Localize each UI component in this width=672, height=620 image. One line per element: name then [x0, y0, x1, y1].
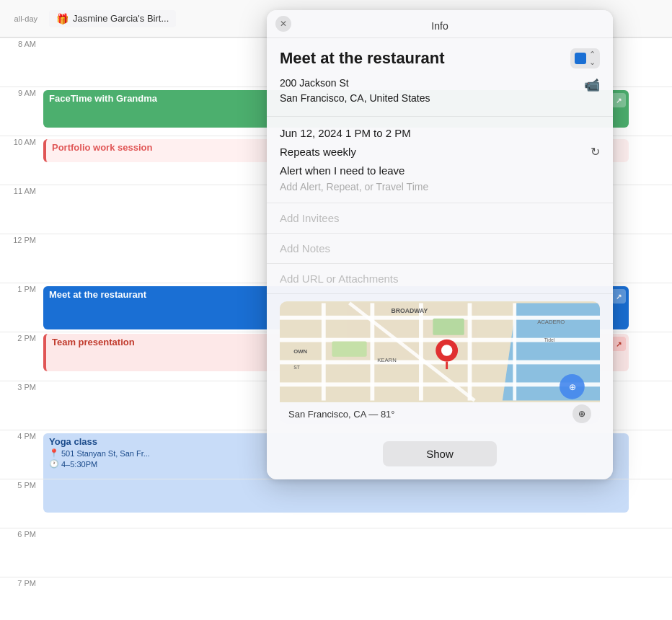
color-swatch	[575, 53, 586, 64]
add-invitees-row[interactable]: Add Invitees	[267, 203, 613, 234]
facetime-share-icon: ↗	[611, 93, 626, 107]
repeats-label: Repeats weekly	[280, 146, 356, 158]
popup-header: ✕ Info	[267, 10, 613, 38]
time-row-5pm: 5 PM	[0, 479, 672, 528]
time-row-6pm: 6 PM	[0, 528, 672, 577]
event-title-section: Meet at the restaurant ⌃⌄ 200 Jackson St…	[267, 38, 613, 117]
svg-text:ST: ST	[293, 365, 300, 370]
location-text: 200 Jackson St San Francisco, CA, United…	[280, 76, 430, 106]
svg-rect-12	[433, 319, 464, 335]
svg-rect-8	[419, 303, 423, 400]
color-picker[interactable]: ⌃⌄	[570, 48, 600, 68]
team-presentation-title: Team presentation	[52, 337, 135, 347]
event-title: Meet at the restaurant	[280, 49, 445, 68]
svg-rect-6	[322, 303, 326, 400]
all-day-event[interactable]: 🎁 Jasmine Garcia's Birt...	[49, 10, 176, 27]
birthday-icon: 🎁	[56, 13, 68, 25]
facetime-title: FaceTime with Grandma	[49, 93, 157, 104]
time-content-6pm	[43, 528, 672, 577]
time-label-4pm: 4 PM	[0, 430, 43, 440]
svg-text:⊕: ⊕	[569, 383, 576, 391]
info-popup: ✕ Info Meet at the restaurant ⌃⌄ 200 Jac…	[267, 10, 613, 479]
all-day-event-text: Jasmine Garcia's Birt...	[73, 13, 169, 24]
svg-text:Tidel: Tidel	[544, 337, 555, 342]
svg-text:OWN: OWN	[293, 348, 307, 355]
svg-rect-5	[280, 382, 600, 386]
time-label-3pm: 3 PM	[0, 381, 43, 391]
datetime-text: Jun 12, 2024 1 PM to 2 PM	[280, 127, 600, 139]
svg-rect-4	[280, 360, 600, 365]
time-label-8am: 8 AM	[0, 38, 43, 48]
show-button[interactable]: Show	[383, 441, 497, 466]
svg-text:ACADERO: ACADERO	[537, 319, 565, 325]
team-presentation-share-icon: ↗	[611, 337, 626, 351]
video-camera-icon: 📹	[584, 77, 600, 93]
repeat-icon: ↻	[591, 145, 600, 159]
clock-icon: 🕐	[49, 459, 59, 469]
time-label-10am: 10 AM	[0, 136, 43, 146]
map-svg: BROADWAY ACADERO Tidel OWN ST KEARN ⊕	[280, 301, 600, 402]
time-content-5pm	[43, 479, 672, 528]
alert-row: Alert when I need to leave	[280, 164, 600, 177]
compass-icon: ⊕	[572, 404, 591, 423]
svg-text:KEARN: KEARN	[377, 357, 397, 363]
svg-rect-13	[332, 342, 366, 357]
svg-text:BROADWAY: BROADWAY	[391, 307, 428, 314]
popup-title: Info	[431, 20, 448, 32]
time-label-6pm: 6 PM	[0, 528, 43, 539]
meet-restaurant-share-icon: ↗	[611, 289, 626, 304]
location-row: 200 Jackson St San Francisco, CA, United…	[280, 76, 600, 106]
portfolio-title: Portfolio work session	[52, 142, 152, 153]
time-label-7pm: 7 PM	[0, 577, 43, 588]
svg-rect-9	[468, 303, 472, 400]
close-icon: ✕	[280, 19, 287, 29]
time-label-1pm: 1 PM	[0, 283, 43, 293]
add-url-row[interactable]: Add URL or Attachments	[267, 264, 613, 294]
datetime-section: Jun 12, 2024 1 PM to 2 PM Repeats weekly…	[267, 117, 613, 203]
location-line1: 200 Jackson St	[280, 76, 430, 91]
popup-body: Meet at the restaurant ⌃⌄ 200 Jackson St…	[267, 38, 613, 479]
time-label-12pm: 12 PM	[0, 234, 43, 244]
map-location-text: San Francisco, CA — 81°	[288, 409, 395, 420]
location-icon: 📍	[49, 448, 59, 458]
show-button-row: Show	[267, 434, 613, 479]
time-label-5pm: 5 PM	[0, 479, 43, 490]
add-notes-row[interactable]: Add Notes	[267, 234, 613, 264]
all-day-label: all-day	[6, 14, 43, 23]
add-alert-row[interactable]: Add Alert, Repeat, or Travel Time	[280, 181, 600, 192]
location-line2: San Francisco, CA, United States	[280, 91, 430, 106]
time-label-2pm: 2 PM	[0, 332, 43, 342]
close-button[interactable]: ✕	[275, 16, 291, 32]
svg-rect-10	[513, 303, 516, 400]
chevron-updown-icon: ⌃⌄	[589, 50, 596, 66]
repeats-row: Repeats weekly ↻	[280, 145, 600, 159]
event-title-row: Meet at the restaurant ⌃⌄	[280, 48, 600, 68]
map-caption: San Francisco, CA — 81° ⊕	[280, 402, 600, 424]
map-visual: BROADWAY ACADERO Tidel OWN ST KEARN ⊕	[280, 301, 600, 402]
map-container[interactable]: BROADWAY ACADERO Tidel OWN ST KEARN ⊕ Sa…	[280, 301, 600, 424]
svg-point-21	[441, 345, 452, 355]
time-label-9am: 9 AM	[0, 87, 43, 97]
time-label-11am: 11 AM	[0, 185, 43, 195]
time-row-7pm: 7 PM	[0, 577, 672, 620]
time-content-7pm	[43, 577, 672, 620]
meet-restaurant-title: Meet at the restaurant	[49, 289, 146, 300]
